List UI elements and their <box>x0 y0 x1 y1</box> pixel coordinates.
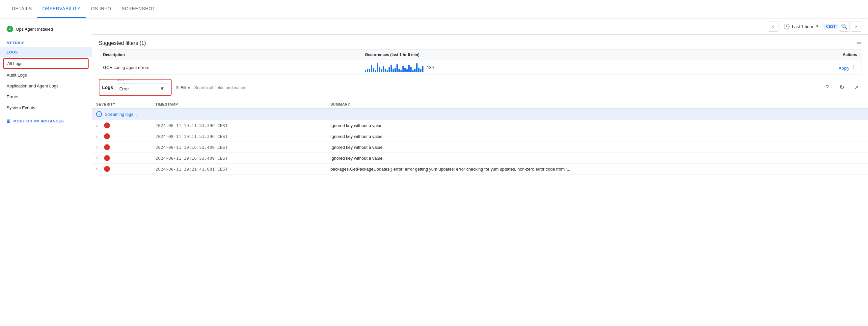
error-severity-icon: ! <box>104 155 110 161</box>
timestamp-cell: 2024-08-11 19:16:53.409 CEST <box>152 153 326 164</box>
filter-label: ≡ Filter <box>176 84 190 90</box>
timezone-badge: CEST <box>824 24 838 29</box>
error-severity-icon: ! <box>104 133 110 139</box>
timestamp-cell: 2024-08-11 19:21:41.681 CEST <box>152 164 326 174</box>
filter-actions: Apply ⋮ <box>733 60 861 75</box>
summary-col-header: SUMMARY <box>326 100 868 109</box>
filter-row: GCE config agent errors 134 Apply ⋮ <box>99 60 861 75</box>
log-row: › ! 2024-08-11 19:11:53.396 CESTIgnored … <box>92 120 868 131</box>
streaming-cell: i Streaming logs... <box>92 109 868 120</box>
prev-button[interactable]: ‹ <box>768 21 778 32</box>
info-icon: i <box>96 111 102 117</box>
log-row: › ! 2024-08-11 19:16:53.409 CESTIgnored … <box>92 142 868 153</box>
timestamp-cell: 2024-08-11 19:11:53.396 CEST <box>152 120 326 131</box>
expand-icon[interactable]: › <box>96 123 103 128</box>
monitor-vm-instances[interactable]: ⊞ MONITOR VM INSTANCES <box>0 113 92 126</box>
severity-col-header: SEVERITY <box>92 100 152 109</box>
log-row: › ! 2024-08-11 19:21:41.681 CESTpackages… <box>92 164 868 174</box>
occurrence-count: 134 <box>427 65 434 70</box>
open-external-button[interactable]: ↗ <box>851 82 861 93</box>
sidebar-item-audit-logs[interactable]: Audit Logs <box>0 70 92 81</box>
search-button[interactable]: 🔍 <box>839 21 849 32</box>
top-controls: ‹ 🕐 Last 1 hour ▼ CEST 🔍 › <box>92 19 868 35</box>
severity-cell: › ! <box>92 142 152 153</box>
filter-table: Description Occurrences (last 1 hr 6 min… <box>99 50 861 75</box>
summary-cell: Ignored key without a value. <box>326 153 868 164</box>
summary-cell: Ignored key without a value. <box>326 131 868 142</box>
severity-cell: › ! <box>92 164 152 174</box>
severity-cell: › ! <box>92 131 152 142</box>
logs-label: Logs <box>102 85 116 90</box>
severity-dropdown: Severity Error ▼ <box>116 83 168 94</box>
dropdown-arrow-icon: ▼ <box>160 86 165 92</box>
sidebar-item-all-logs[interactable]: All Logs <box>3 58 89 69</box>
time-label: Last 1 hour <box>792 24 813 29</box>
streaming-label: Streaming logs... <box>105 112 137 117</box>
filter-lines-icon: ≡ <box>176 84 179 90</box>
expand-icon[interactable]: › <box>96 166 103 171</box>
timestamp-col-header: TIMESTAMP <box>152 100 326 109</box>
sidebar: Ops Agent Installed METRICS LOGS All Log… <box>0 19 92 326</box>
search-input[interactable] <box>194 85 818 90</box>
log-row: › ! 2024-08-11 19:16:53.409 CESTIgnored … <box>92 153 868 164</box>
sidebar-metrics-title[interactable]: METRICS <box>0 36 92 47</box>
sidebar-logs-title[interactable]: LOGS <box>0 47 92 57</box>
filter-description: GCE config agent errors <box>99 60 361 75</box>
ops-agent-label: Ops Agent Installed <box>16 27 53 32</box>
help-button[interactable]: ? <box>822 82 832 93</box>
error-severity-icon: ! <box>104 144 110 150</box>
severity-value: Error <box>119 86 129 91</box>
occurrences-col-header: Occurrences (last 1 hr 6 min) <box>361 50 733 60</box>
chevron-down-icon: ▼ <box>815 24 819 29</box>
tab-os-info[interactable]: OS INFO <box>86 0 117 18</box>
log-row: › ! 2024-08-11 19:11:53.396 CESTIgnored … <box>92 131 868 142</box>
log-table: SEVERITY TIMESTAMP SUMMARY i Streaming l… <box>92 100 868 174</box>
sidebar-item-errors[interactable]: Errors <box>0 91 92 102</box>
filter-bar: Logs Severity Error ▼ ≡ Filter ? ↻ <box>92 75 868 100</box>
expand-icon[interactable]: › <box>96 156 103 161</box>
content-area: ‹ 🕐 Last 1 hour ▼ CEST 🔍 › Suggested fil… <box>92 19 868 326</box>
description-col-header: Description <box>99 50 361 60</box>
next-button[interactable]: › <box>851 21 861 32</box>
tab-screenshot[interactable]: SCREENSHOT <box>117 0 161 18</box>
tab-details[interactable]: DETAILS <box>7 0 37 18</box>
edit-icon[interactable]: ✏ <box>857 40 861 46</box>
error-severity-icon: ! <box>104 123 110 128</box>
severity-cell: › ! <box>92 120 152 131</box>
tab-bar: DETAILS OBSERVABILITY OS INFO SCREENSHOT <box>0 0 868 19</box>
monitor-label: MONITOR VM INSTANCES <box>13 119 64 123</box>
tab-observability[interactable]: OBSERVABILITY <box>37 0 86 18</box>
expand-icon[interactable]: › <box>96 144 103 150</box>
severity-cell: › ! <box>92 153 152 164</box>
summary-cell: Ignored key without a value. <box>326 120 868 131</box>
filter-occurrences: 134 <box>361 60 733 75</box>
suggested-filters-title: Suggested filters (1) ✏ <box>99 35 861 50</box>
apply-button[interactable]: Apply <box>839 66 849 71</box>
time-selector[interactable]: 🕐 Last 1 hour ▼ <box>780 22 823 31</box>
sidebar-item-system-events[interactable]: System Events <box>0 102 92 113</box>
refresh-button[interactable]: ↻ <box>836 82 847 93</box>
ops-agent-status: Ops Agent Installed <box>0 22 92 36</box>
sidebar-item-app-agent-logs[interactable]: Application and Agent Logs <box>0 81 92 91</box>
timestamp-cell: 2024-08-11 19:16:53.409 CEST <box>152 142 326 153</box>
severity-select[interactable]: Error ▼ <box>116 83 168 94</box>
error-severity-icon: ! <box>104 166 110 172</box>
timestamp-cell: 2024-08-11 19:11:53.396 CEST <box>152 131 326 142</box>
more-options-icon[interactable]: ⋮ <box>850 64 857 71</box>
expand-icon[interactable]: › <box>96 134 103 139</box>
logs-severity-box: Logs Severity Error ▼ <box>99 79 172 96</box>
severity-field-label: Severity <box>117 79 129 81</box>
summary-cell: packages.GetPackageUpdates() error: erro… <box>326 164 868 174</box>
actions-col-header: Actions <box>733 50 861 60</box>
suggested-filters-section: Suggested filters (1) ✏ Description Occu… <box>92 35 868 75</box>
clock-icon: 🕐 <box>783 23 790 30</box>
summary-cell: Ignored key without a value. <box>326 142 868 153</box>
occurrence-chart <box>365 63 424 72</box>
streaming-row: i Streaming logs... <box>92 109 868 120</box>
log-table-container: SEVERITY TIMESTAMP SUMMARY i Streaming l… <box>92 100 868 326</box>
ops-agent-check-icon <box>7 26 13 32</box>
monitor-icon: ⊞ <box>7 118 11 124</box>
